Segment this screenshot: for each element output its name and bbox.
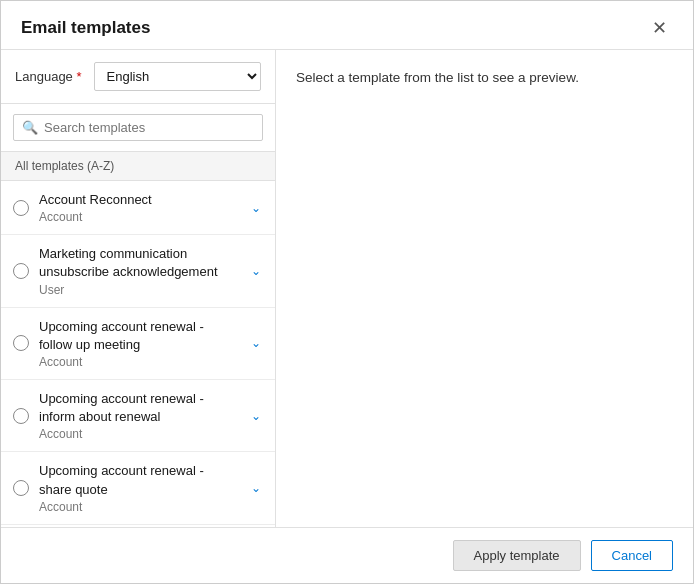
template-radio[interactable]	[13, 408, 29, 424]
chevron-down-icon[interactable]: ⌄	[249, 479, 263, 497]
template-item[interactable]: Account ReconnectAccount⌄	[1, 181, 275, 235]
template-radio[interactable]	[13, 200, 29, 216]
template-name: Upcoming account renewal - share quote	[39, 462, 239, 498]
template-category: Account	[39, 427, 239, 441]
dialog-title: Email templates	[21, 18, 150, 38]
template-radio[interactable]	[13, 335, 29, 351]
template-radio[interactable]	[13, 480, 29, 496]
language-label-text: Language	[15, 69, 73, 84]
search-box-wrap: 🔍	[1, 104, 275, 152]
dialog-body: Language * English 🔍 All templates (A-Z)	[1, 50, 693, 527]
dialog-header: Email templates ✕	[1, 1, 693, 50]
chevron-down-icon[interactable]: ⌄	[249, 262, 263, 280]
template-info: Upcoming account renewal - follow up mee…	[39, 318, 239, 369]
dialog-footer: Apply template Cancel	[1, 527, 693, 583]
template-item[interactable]: Upcoming account renewal - share quoteAc…	[1, 452, 275, 524]
language-label: Language *	[15, 69, 86, 84]
search-icon: 🔍	[22, 120, 38, 135]
search-input[interactable]	[44, 120, 254, 135]
template-category: User	[39, 283, 239, 297]
template-radio[interactable]	[13, 263, 29, 279]
close-button[interactable]: ✕	[646, 17, 673, 39]
template-item[interactable]: Upcoming account renewal - inform about …	[1, 380, 275, 452]
preview-hint: Select a template from the list to see a…	[296, 70, 579, 85]
template-item[interactable]: Upcoming account renewal - follow up mee…	[1, 308, 275, 380]
template-item[interactable]: Marketing communication unsubscribe ackn…	[1, 235, 275, 307]
chevron-down-icon[interactable]: ⌄	[249, 199, 263, 217]
template-name: Account Reconnect	[39, 191, 239, 209]
search-box: 🔍	[13, 114, 263, 141]
language-row: Language * English	[1, 50, 275, 104]
template-category: Account	[39, 500, 239, 514]
template-category: Account	[39, 210, 239, 224]
apply-template-button[interactable]: Apply template	[453, 540, 581, 571]
template-info: Upcoming account renewal - share quoteAc…	[39, 462, 239, 513]
template-info: Marketing communication unsubscribe ackn…	[39, 245, 239, 296]
template-info: Account ReconnectAccount	[39, 191, 239, 224]
template-category: Account	[39, 355, 239, 369]
required-star: *	[76, 69, 81, 84]
right-panel: Select a template from the list to see a…	[276, 50, 693, 527]
cancel-button[interactable]: Cancel	[591, 540, 673, 571]
section-header: All templates (A-Z)	[1, 152, 275, 181]
template-name: Marketing communication unsubscribe ackn…	[39, 245, 239, 281]
template-name: Upcoming account renewal - follow up mee…	[39, 318, 239, 354]
email-templates-dialog: Email templates ✕ Language * English 🔍	[0, 0, 694, 584]
chevron-down-icon[interactable]: ⌄	[249, 334, 263, 352]
chevron-down-icon[interactable]: ⌄	[249, 407, 263, 425]
template-info: Upcoming account renewal - inform about …	[39, 390, 239, 441]
template-name: Upcoming account renewal - inform about …	[39, 390, 239, 426]
left-panel: Language * English 🔍 All templates (A-Z)	[1, 50, 276, 527]
template-list: Account ReconnectAccount⌄Marketing commu…	[1, 181, 275, 527]
language-select[interactable]: English	[94, 62, 261, 91]
